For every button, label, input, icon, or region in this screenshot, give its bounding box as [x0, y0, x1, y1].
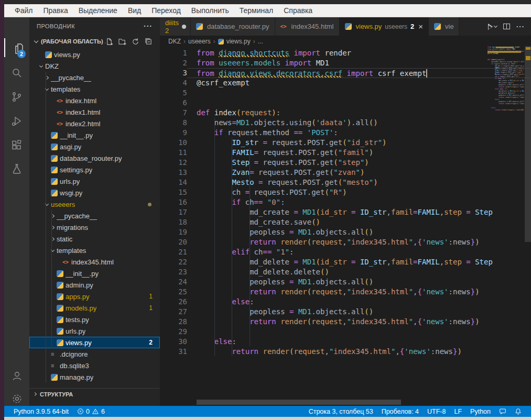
python-interpreter-status[interactable]: Python 3.9.5 64-bit: [9, 408, 73, 415]
code-line-24[interactable]: 24 peopless = MD1.objects.all(): [160, 277, 531, 287]
breadcrumb-item-...[interactable]: ...: [258, 38, 263, 45]
code-line-28[interactable]: 28 return render(request,"index345.html"…: [160, 317, 531, 327]
tree-item-templates[interactable]: templates: [29, 83, 160, 95]
tree-item-manage.py[interactable]: manage.py: [29, 371, 160, 383]
source-control-icon[interactable]: [4, 86, 29, 107]
search-icon[interactable]: [4, 62, 29, 83]
minimap[interactable]: from django.shortcuts import renderfrom …: [487, 46, 524, 381]
code-line-25[interactable]: 25 return render(request,"index345.html"…: [160, 287, 531, 297]
horizontal-scrollbar[interactable]: [197, 400, 401, 405]
more-actions-button[interactable]: ···: [516, 23, 525, 30]
menu-item-Выделение[interactable]: Выделение: [74, 5, 122, 16]
run-button[interactable]: [488, 24, 497, 30]
testing-icon[interactable]: [4, 159, 29, 180]
code-line-30[interactable]: 30 else:: [160, 337, 531, 347]
code-line-16[interactable]: 16 if ch== "0":: [160, 197, 531, 207]
breadcrumb-item-useeers[interactable]: useeers: [188, 38, 211, 45]
tab-database_roouter.py[interactable]: database_roouter.py: [191, 17, 275, 36]
explorer-icon[interactable]: 2: [4, 38, 29, 59]
menu-item-Файл[interactable]: Файл: [10, 5, 37, 16]
code-line-31[interactable]: 31 return render(request,"index345.html"…: [160, 347, 531, 357]
code-line-7[interactable]: 7def index(request):: [160, 108, 531, 118]
breadcrumb-item-views.py[interactable]: views.py: [226, 38, 251, 45]
tree-item-index.html[interactable]: <>index.html: [29, 95, 160, 106]
tree-item-__init__.py[interactable]: __init__.py: [29, 129, 160, 141]
tree-item-index345.html[interactable]: <>index345.html: [29, 256, 160, 268]
menu-item-Переход[interactable]: Переход: [147, 5, 185, 16]
code-line-8[interactable]: 8 news=MD1.objects.using('daata').all(): [160, 118, 531, 128]
eol-status[interactable]: LF: [450, 408, 466, 415]
language-mode-status[interactable]: Python: [466, 408, 495, 415]
code-line-3[interactable]: 3from django.views.decorators.csrf impor…: [160, 68, 531, 78]
tab-vie[interactable]: vie: [429, 17, 459, 36]
code-line-14[interactable]: 14 Mesto = request.POST.get("mesto"): [160, 178, 531, 187]
code-line-29[interactable]: 29: [160, 327, 531, 337]
code-line-10[interactable]: 10 ID_str = request.POST.get("id_str"): [160, 138, 531, 148]
menu-item-Вид[interactable]: Вид: [124, 5, 145, 16]
tree-item-DKZ[interactable]: DKZ: [29, 60, 160, 72]
menu-item-Терминал[interactable]: Терминал: [235, 5, 277, 16]
tree-item-__pycache__[interactable]: __pycache__: [29, 72, 160, 83]
tree-item-templates[interactable]: templates: [29, 245, 160, 256]
code-line-18[interactable]: 18 md_create.save(): [160, 217, 531, 227]
tree-item-wsgi.py[interactable]: wsgi.py: [29, 187, 160, 198]
problems-status[interactable]: 0 6: [73, 408, 109, 415]
tree-item-admin.py[interactable]: admin.py: [29, 279, 160, 291]
code-line-22[interactable]: 22 md_delete = MD1(id_str = ID_str,famil…: [160, 257, 531, 267]
code-line-23[interactable]: 23 md_delete.delete(): [160, 267, 531, 277]
encoding-status[interactable]: UTF-8: [423, 408, 450, 415]
tree-item-index2.html[interactable]: <>index2.html: [29, 118, 160, 129]
tree-item-tests.py[interactable]: tests.py: [29, 314, 160, 325]
tree-item-__pycache__[interactable]: __pycache__: [29, 210, 160, 222]
bell-icon[interactable]: [511, 408, 526, 415]
menu-item-Правка[interactable]: Правка: [39, 5, 72, 16]
split-editor-button[interactable]: [503, 24, 510, 29]
workspace-section-header[interactable]: (РАБОЧАЯ ОБЛАСТЬ) ...: [29, 35, 160, 48]
collapse-all-icon[interactable]: [145, 38, 153, 46]
code-line-12[interactable]: 12 Step = request.POST.get("step"): [160, 158, 531, 168]
code-line-2[interactable]: 2from useeers.models import MD1: [160, 58, 531, 68]
refresh-icon[interactable]: [132, 38, 139, 46]
new-file-icon[interactable]: [105, 38, 113, 46]
tree-item-views.py[interactable]: views.py: [29, 49, 160, 60]
code-line-19[interactable]: 19 peopless = MD1.objects.all(): [160, 227, 531, 237]
outline-section-header[interactable]: СТРУКТУРА: [29, 388, 160, 400]
breadcrumb-item-DKZ[interactable]: DKZ: [168, 38, 181, 45]
code-line-20[interactable]: 20 return render(request,"index345.html"…: [160, 237, 531, 247]
code-line-11[interactable]: 11 FAMIL= request.POST.get("famil"): [160, 148, 531, 158]
tree-item-index1.html[interactable]: <>index1.html: [29, 106, 160, 118]
code-line-15[interactable]: 15 ch = request.POST.get("R"): [160, 187, 531, 197]
code-line-6[interactable]: 6: [160, 98, 531, 108]
run-dropdown-icon[interactable]: [494, 24, 497, 28]
tree-item-db.sqlite3[interactable]: ≡db.sqlite3: [29, 360, 160, 371]
code-line-5[interactable]: 5: [160, 88, 531, 98]
tree-item-models.py[interactable]: models.py1: [29, 302, 160, 314]
vertical-scrollbar[interactable]: [525, 46, 531, 242]
tree-item-database_roouter.py[interactable]: database_roouter.py: [29, 152, 160, 164]
tree-item-urls.py[interactable]: urls.py: [29, 325, 160, 337]
close-icon[interactable]: ×: [418, 22, 423, 31]
tree-item-urls.py[interactable]: urls.py: [29, 175, 160, 187]
run-debug-icon[interactable]: [4, 110, 29, 131]
account-icon[interactable]: [4, 365, 29, 386]
feedback-icon[interactable]: [495, 408, 511, 415]
tree-item-migrations[interactable]: migrations: [29, 222, 160, 233]
explorer-more-actions-icon[interactable]: ···: [144, 22, 153, 30]
tree-item-settings.py[interactable]: settings.py: [29, 164, 160, 175]
tree-item-.dcignore[interactable]: ≡.dcignore: [29, 348, 160, 360]
tree-item-apps.py[interactable]: apps.py1: [29, 291, 160, 302]
tree-item-asgi.py[interactable]: asgi.py: [29, 141, 160, 152]
menu-item-Справка[interactable]: Справка: [279, 5, 317, 16]
code-line-26[interactable]: 26 else:: [160, 297, 531, 307]
tree-item-static[interactable]: static: [29, 233, 160, 245]
extensions-icon[interactable]: [4, 135, 29, 156]
code-line-27[interactable]: 27 peopless = MD1.objects.all(): [160, 307, 531, 317]
code-line-17[interactable]: 17 md_create = MD1(id_str = ID_str,famil…: [160, 207, 531, 217]
cursor-position-status[interactable]: Строка 3, столбец 53: [305, 408, 377, 415]
code-line-21[interactable]: 21 elif ch== "1":: [160, 247, 531, 257]
new-folder-icon[interactable]: [118, 38, 126, 46]
tab-index345.html[interactable]: <>index345.html: [275, 17, 340, 36]
indentation-status[interactable]: Пробелов: 4: [377, 408, 423, 415]
tree-item-useeers[interactable]: useeers: [29, 198, 160, 210]
tab-diiits 2[interactable]: diiits 2: [160, 17, 191, 36]
